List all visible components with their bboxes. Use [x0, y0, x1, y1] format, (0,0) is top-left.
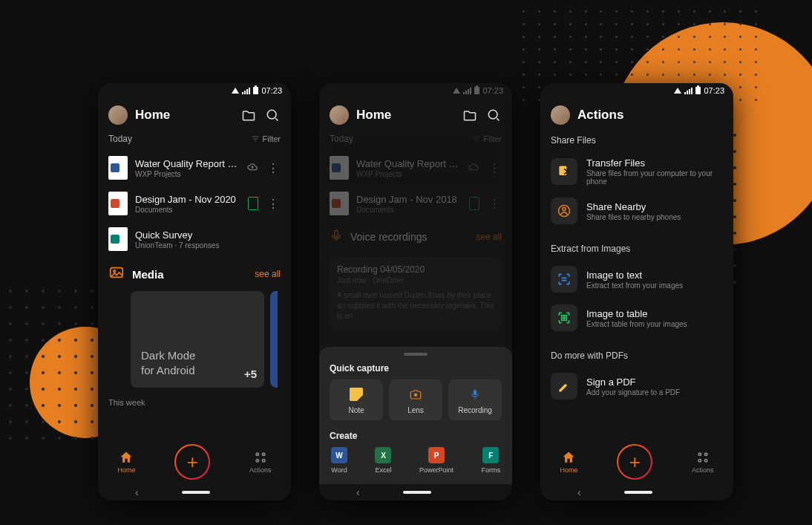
svg-point-15: [698, 453, 701, 455]
fab-add[interactable]: +: [617, 444, 652, 480]
search-icon[interactable]: [264, 107, 281, 123]
sheet-handle[interactable]: [404, 353, 428, 356]
create-word[interactable]: WWord: [331, 447, 347, 474]
file-name: Quick Survey: [135, 229, 281, 241]
filter-button[interactable]: Filter: [472, 134, 502, 143]
more-icon[interactable]: ⋮: [266, 161, 281, 175]
file-item[interactable]: Water Quality Report 2019WXP Projects ⋮: [319, 150, 512, 186]
powerpoint-icon: P: [428, 447, 445, 463]
home-pill[interactable]: [182, 491, 210, 494]
mic-icon: [468, 387, 482, 402]
quick-capture-label: Quick capture: [330, 363, 502, 374]
section-sharefiles: Share Files: [540, 132, 733, 151]
avatar[interactable]: [330, 105, 349, 125]
file-item[interactable]: Design Jam - Nov 2020 Documents ⋮: [98, 186, 291, 221]
back-icon[interactable]: ‹: [135, 486, 139, 498]
cloud-icon[interactable]: [246, 160, 258, 175]
see-all-link[interactable]: see all: [476, 232, 502, 242]
quick-note[interactable]: Note: [330, 379, 383, 420]
extra-count: +5: [244, 368, 257, 380]
page-title: Home: [135, 108, 233, 123]
back-icon[interactable]: ‹: [356, 486, 360, 498]
svg-point-7: [488, 110, 497, 119]
create-forms[interactable]: FForms: [482, 447, 501, 474]
status-bar: 07:23: [98, 83, 291, 98]
svg-rect-10: [474, 390, 477, 395]
file-item[interactable]: Quick Survey UnionTeam · 7 responses: [98, 221, 291, 257]
quick-recording[interactable]: Recording: [448, 379, 502, 420]
image-table-icon: [551, 304, 577, 331]
recording-card[interactable]: Recording 04/05/2020 Just now · OneDrive…: [330, 257, 502, 329]
share-nearby-icon: [551, 198, 577, 224]
quick-lens[interactable]: Lens: [389, 379, 442, 420]
file-name: Design Jam - Nov 2020: [135, 194, 240, 205]
battery-icon: [253, 87, 258, 94]
back-icon[interactable]: ‹: [577, 486, 581, 498]
more-icon[interactable]: ⋮: [487, 161, 502, 175]
create-excel[interactable]: XExcel: [375, 447, 391, 474]
avatar[interactable]: [551, 105, 570, 125]
folder-icon[interactable]: [462, 107, 478, 123]
create-label: Create: [330, 431, 502, 441]
file-item[interactable]: Design Jam - Nov 2018Documents ⋮: [319, 186, 512, 221]
phone-actions: 07:23 Actions Share Files Transfer Files…: [540, 83, 733, 500]
forms-icon: [108, 227, 128, 251]
android-nav-bar: ‹: [98, 484, 291, 500]
home-pill[interactable]: [624, 491, 652, 494]
action-sign-pdf[interactable]: Sign a PDFAdd your signature to a PDF: [540, 367, 733, 405]
more-icon[interactable]: ⋮: [487, 197, 502, 211]
nav-home[interactable]: Home: [117, 450, 135, 474]
svg-point-3: [256, 453, 258, 455]
more-icon[interactable]: ⋮: [266, 197, 281, 211]
word-icon: W: [331, 447, 347, 463]
svg-point-9: [414, 394, 418, 397]
svg-point-0: [267, 110, 276, 119]
transfer-icon: [551, 158, 577, 185]
action-share-nearby[interactable]: Share NearbyShare files to nearby phones: [540, 192, 733, 230]
powerpoint-icon: [108, 192, 128, 215]
status-badge: [248, 197, 258, 210]
status-bar: 07:23: [540, 83, 733, 98]
section-today: Today: [108, 134, 132, 144]
fab-add[interactable]: +: [174, 444, 210, 480]
file-item[interactable]: Water Quality Report 2021 WXP Projects ⋮: [98, 150, 291, 186]
file-sub: Documents: [135, 206, 240, 214]
bottom-sheet: Quick capture Note Lens Recording: [319, 347, 512, 484]
voice-label: Voice recordings: [350, 231, 468, 243]
filter-button[interactable]: Filter: [251, 134, 281, 143]
folder-icon[interactable]: [240, 107, 257, 123]
action-image-to-text[interactable]: Image to textExtract text from your imag…: [540, 260, 733, 299]
file-name: Water Quality Report 2021: [135, 158, 239, 169]
svg-rect-8: [335, 230, 338, 237]
action-transfer-files[interactable]: Transfer FilesShare files from your comp…: [540, 151, 733, 192]
media-label: Media: [132, 268, 247, 281]
svg-point-2: [114, 270, 116, 273]
cloud-icon[interactable]: [468, 160, 479, 175]
nav-actions[interactable]: Actions: [249, 450, 272, 474]
nav-home[interactable]: Home: [560, 450, 577, 474]
wifi-icon: [232, 88, 239, 94]
note-icon: [350, 388, 363, 401]
forms-icon: F: [482, 447, 499, 463]
signal-icon: [242, 88, 250, 94]
action-image-to-table[interactable]: Image to tableExtract table from your im…: [540, 299, 733, 337]
create-powerpoint[interactable]: PPowerPoint: [419, 447, 454, 474]
media-card-peek[interactable]: [270, 291, 278, 388]
phone-home: 07:23 Home Today Filter: [98, 83, 291, 500]
sign-pdf-icon: [551, 373, 577, 400]
status-time: 07:23: [261, 86, 282, 95]
mic-icon: [330, 229, 343, 245]
media-card[interactable]: Dark Modefor Android +5: [131, 291, 264, 388]
svg-point-5: [256, 460, 258, 462]
nav-actions[interactable]: Actions: [692, 450, 714, 474]
avatar[interactable]: [108, 105, 128, 125]
phone-quickcapture: 07:23 Home Today Filter Water Quality Re…: [319, 83, 512, 500]
home-pill[interactable]: [403, 491, 431, 494]
svg-point-18: [704, 460, 707, 462]
see-all-link[interactable]: see all: [255, 269, 281, 279]
svg-point-4: [262, 453, 264, 455]
file-sub: WXP Projects: [135, 170, 239, 178]
search-icon[interactable]: [485, 107, 502, 123]
android-nav-bar: ‹: [540, 484, 733, 500]
svg-point-17: [698, 460, 701, 462]
